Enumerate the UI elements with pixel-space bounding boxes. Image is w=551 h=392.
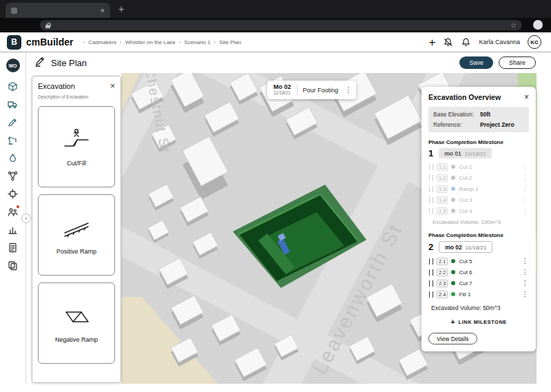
markup-tool-icon[interactable] (6, 115, 20, 129)
notifications-muted-icon[interactable] (443, 37, 453, 48)
tab-close-icon[interactable]: × (101, 7, 105, 14)
phase-row[interactable]: 2.2 Cut 6 ⋮ (428, 267, 529, 278)
expand-rail-button[interactable]: › (21, 214, 31, 223)
user-avatar[interactable]: KC (528, 35, 541, 49)
breadcrumb-item[interactable]: Whistler on the Lake (125, 39, 176, 45)
milestone-badge[interactable]: mo 02 11/18/21 (439, 241, 492, 253)
overview-title: Excavation Overview (428, 93, 501, 101)
phase-menu-icon[interactable]: ⋮ (522, 163, 529, 170)
negative-ramp-icon (61, 303, 92, 328)
positive-ramp-icon (61, 215, 92, 240)
drag-handle-icon[interactable] (429, 280, 433, 287)
bookmark-star-icon[interactable]: ☆ (510, 22, 517, 29)
view-details-button[interactable]: View Details (428, 333, 477, 344)
reference-label: Reference: (433, 121, 480, 128)
timeline-task: Pour Footing (303, 87, 339, 94)
phase-row[interactable]: 1.2 Cut 2 ⋮ (428, 172, 529, 183)
tool-negative-ramp[interactable]: Negative Ramp (38, 282, 115, 364)
phase-status-dot (451, 187, 455, 191)
milestone-badge[interactable]: mo 01 10/18/21 (439, 148, 492, 158)
drag-handle-icon[interactable] (429, 164, 433, 170)
save-button[interactable]: Save (459, 56, 493, 69)
phase-id: 2.3 (437, 280, 448, 287)
drag-handle-icon[interactable] (429, 197, 433, 203)
drag-handle-icon[interactable] (429, 186, 433, 192)
link-milestone-button[interactable]: + LINK MILESTONE (428, 318, 529, 326)
document-tool-icon[interactable] (6, 240, 20, 254)
workflow-tool-icon[interactable] (6, 169, 20, 183)
drag-handle-icon[interactable] (429, 208, 433, 214)
team-tool-icon[interactable] (6, 205, 20, 218)
excavation-overview-panel: Excavation Overview × Base Elevation: 50… (422, 87, 536, 351)
phase-menu-icon[interactable]: ⋮ (522, 291, 529, 298)
edit-title-icon[interactable] (34, 56, 45, 70)
phase-status-dot (451, 165, 455, 169)
close-icon[interactable]: × (110, 82, 115, 90)
timeline-badge[interactable]: Mo 02 11/18/21 Pour Footing ⋮ (267, 81, 356, 99)
new-tab-icon[interactable]: + (118, 3, 124, 14)
drag-handle-icon[interactable] (429, 175, 433, 181)
bell-icon[interactable] (461, 37, 471, 48)
drag-handle-icon[interactable] (429, 258, 433, 265)
tab-strip: × + (0, 0, 551, 18)
phase-row[interactable]: 1.3 Ramp 1 ⋮ (428, 183, 529, 194)
milestone-section-label: Phase Completion Milestone (428, 139, 529, 145)
report-tool-icon[interactable] (6, 223, 20, 236)
tool-label: Cut/Fill (67, 160, 86, 167)
phase-menu-icon[interactable]: ⋮ (522, 185, 529, 192)
phase-id: 1.1 (437, 163, 448, 171)
phase-menu-icon[interactable]: ⋮ (522, 280, 529, 287)
phase-menu-icon[interactable]: ⋮ (522, 196, 529, 203)
address-bar[interactable]: ☆ (40, 20, 522, 30)
share-button[interactable]: Share (499, 56, 536, 69)
drag-handle-icon[interactable] (429, 269, 433, 276)
cmbuilder-logo[interactable]: B (7, 35, 21, 50)
user-name: Karla Cavanna (479, 39, 520, 45)
breadcrumb: › Cadmakers › Whistler on the Lake › Sce… (83, 39, 241, 45)
phase-row[interactable]: 1.4 Cut 3 ⋮ (428, 194, 529, 205)
phase-row[interactable]: 2.1 Cut 5 ⋮ (428, 256, 529, 267)
phase-menu-icon[interactable]: ⋮ (522, 269, 529, 276)
automation-tool-icon[interactable] (6, 187, 20, 200)
breadcrumb-item[interactable]: Scenario 1 (184, 39, 210, 45)
logistics-tool-icon[interactable] (6, 97, 20, 111)
close-icon[interactable]: × (524, 93, 529, 101)
browser-navbar: ☆ (0, 18, 551, 32)
phase-label: Cut 6 (459, 269, 518, 276)
breadcrumb-item[interactable]: Site Plan (219, 39, 241, 45)
breadcrumb-item[interactable]: Cadmakers (88, 39, 116, 45)
crane-tool-icon[interactable] (6, 133, 20, 147)
browser-profile-avatar[interactable] (533, 20, 543, 30)
phase-row[interactable]: 1.1 Cut 1 ⋮ (428, 161, 529, 172)
tool-cut-fill[interactable]: Cut/Fill (38, 106, 115, 187)
drag-handle-icon[interactable] (429, 291, 433, 298)
workspace-badge[interactable]: WO (6, 59, 20, 72)
phase-row[interactable]: 2.3 Cut 7 ⋮ (428, 278, 529, 289)
milestone-section-label: Phase Completion Milestone (428, 232, 529, 238)
phase-row[interactable]: 2.4 Fill 1 ⋮ (428, 289, 529, 300)
tool-positive-ramp[interactable]: Positive Ramp (38, 194, 115, 276)
duplicate-tool-icon[interactable] (6, 258, 20, 272)
phase-label: Cut 2 (459, 175, 518, 181)
timeline-menu-icon[interactable]: ⋮ (345, 86, 352, 94)
phase-menu-icon[interactable]: ⋮ (522, 174, 529, 181)
phase-id: 1.5 (437, 207, 448, 215)
massing-tool-icon[interactable] (6, 79, 20, 93)
phase-menu-icon[interactable]: ⋮ (522, 258, 529, 265)
phase-status-dot (451, 270, 455, 274)
excavated-volume: Excavated Volume: 50m^3 (431, 305, 529, 311)
milestone-number: 1 (428, 148, 433, 158)
panel-description-label: Description of Excavation (38, 94, 115, 99)
phase-menu-icon[interactable]: ⋮ (522, 207, 529, 214)
paint-tool-icon[interactable] (6, 151, 20, 165)
lock-icon (45, 23, 50, 28)
phase-status-dot (451, 292, 455, 296)
add-icon[interactable]: + (429, 37, 436, 48)
browser-tab[interactable]: × (6, 3, 110, 18)
page-bar: Site Plan Save Share (26, 52, 551, 73)
breadcrumb-sep-icon: › (214, 39, 216, 45)
phase-row[interactable]: 1.5 Cut 4 ⋮ (428, 205, 529, 216)
milestone-number: 2 (428, 242, 433, 252)
milestone-badge-date: 10/18/21 (465, 151, 486, 157)
phase-label: Fill 1 (459, 291, 518, 298)
